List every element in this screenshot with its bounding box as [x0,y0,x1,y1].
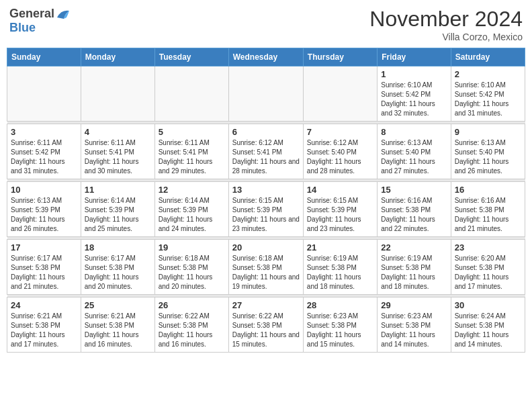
day-number: 18 [85,242,151,253]
day-number: 29 [381,300,447,310]
calendar-cell [303,66,377,122]
day-number: 7 [307,127,373,137]
calendar-cell: 6Sunrise: 6:12 AM Sunset: 5:41 PM Daylig… [228,124,303,179]
calendar-cell [7,66,81,122]
day-number: 2 [455,69,521,79]
day-number: 28 [307,300,373,310]
calendar-cell: 7Sunrise: 6:12 AM Sunset: 5:40 PM Daylig… [303,124,377,179]
calendar-cell: 16Sunrise: 6:16 AM Sunset: 5:38 PM Dayli… [451,182,525,237]
month-title: November 2024 [369,7,523,32]
calendar-cell: 30Sunrise: 6:24 AM Sunset: 5:38 PM Dayli… [451,298,525,353]
day-info: Sunrise: 6:17 AM Sunset: 5:38 PM Dayligh… [85,254,151,291]
column-header-tuesday: Tuesday [154,48,228,66]
day-info: Sunrise: 6:13 AM Sunset: 5:40 PM Dayligh… [455,138,521,176]
day-info: Sunrise: 6:17 AM Sunset: 5:38 PM Dayligh… [11,254,77,291]
day-info: Sunrise: 6:22 AM Sunset: 5:38 PM Dayligh… [232,312,300,349]
calendar-cell: 9Sunrise: 6:13 AM Sunset: 5:40 PM Daylig… [451,124,525,179]
day-info: Sunrise: 6:10 AM Sunset: 5:42 PM Dayligh… [381,81,447,118]
day-info: Sunrise: 6:16 AM Sunset: 5:38 PM Dayligh… [381,196,447,234]
calendar-week-row: 3Sunrise: 6:11 AM Sunset: 5:42 PM Daylig… [7,124,525,179]
day-number: 3 [11,127,77,137]
day-info: Sunrise: 6:23 AM Sunset: 5:38 PM Dayligh… [307,312,373,349]
column-header-wednesday: Wednesday [228,48,303,66]
day-number: 20 [232,242,300,253]
day-info: Sunrise: 6:12 AM Sunset: 5:41 PM Dayligh… [232,138,300,176]
day-number: 27 [232,300,300,310]
day-number: 10 [11,185,77,195]
calendar-cell [154,66,228,122]
day-info: Sunrise: 6:10 AM Sunset: 5:42 PM Dayligh… [455,81,521,118]
calendar-cell: 22Sunrise: 6:19 AM Sunset: 5:38 PM Dayli… [378,240,451,295]
calendar-cell: 10Sunrise: 6:13 AM Sunset: 5:39 PM Dayli… [7,182,81,237]
calendar-cell: 19Sunrise: 6:18 AM Sunset: 5:38 PM Dayli… [154,240,228,295]
calendar-table: SundayMondayTuesdayWednesdayThursdayFrid… [7,48,525,353]
day-info: Sunrise: 6:19 AM Sunset: 5:38 PM Dayligh… [381,254,447,291]
calendar-week-row: 10Sunrise: 6:13 AM Sunset: 5:39 PM Dayli… [7,182,525,237]
calendar-cell: 27Sunrise: 6:22 AM Sunset: 5:38 PM Dayli… [228,298,303,353]
calendar-cell: 29Sunrise: 6:23 AM Sunset: 5:38 PM Dayli… [378,298,451,353]
calendar-cell: 23Sunrise: 6:20 AM Sunset: 5:38 PM Dayli… [451,240,525,295]
calendar-cell: 26Sunrise: 6:22 AM Sunset: 5:38 PM Dayli… [154,298,228,353]
day-number: 15 [381,185,447,195]
day-number: 25 [85,300,151,310]
calendar-week-row: 24Sunrise: 6:21 AM Sunset: 5:38 PM Dayli… [7,298,525,353]
day-number: 5 [159,127,225,137]
calendar-cell [228,66,303,122]
day-number: 16 [455,185,521,195]
column-header-sunday: Sunday [7,48,81,66]
calendar-cell [81,66,154,122]
day-info: Sunrise: 6:11 AM Sunset: 5:41 PM Dayligh… [159,138,225,176]
day-info: Sunrise: 6:21 AM Sunset: 5:38 PM Dayligh… [85,312,151,349]
day-info: Sunrise: 6:13 AM Sunset: 5:39 PM Dayligh… [11,196,77,234]
day-number: 4 [85,127,151,137]
calendar-cell: 17Sunrise: 6:17 AM Sunset: 5:38 PM Dayli… [7,240,81,295]
calendar-cell: 2Sunrise: 6:10 AM Sunset: 5:42 PM Daylig… [451,66,525,122]
calendar-cell: 3Sunrise: 6:11 AM Sunset: 5:42 PM Daylig… [7,124,81,179]
calendar-cell: 15Sunrise: 6:16 AM Sunset: 5:38 PM Dayli… [378,182,451,237]
logo-general-text: General [9,7,54,21]
day-number: 1 [381,69,447,79]
calendar-cell: 21Sunrise: 6:19 AM Sunset: 5:38 PM Dayli… [303,240,377,295]
title-section: November 2024 Villa Corzo, Mexico [369,7,523,42]
day-info: Sunrise: 6:19 AM Sunset: 5:38 PM Dayligh… [307,254,373,291]
calendar-cell: 8Sunrise: 6:13 AM Sunset: 5:40 PM Daylig… [378,124,451,179]
day-info: Sunrise: 6:23 AM Sunset: 5:38 PM Dayligh… [381,312,447,349]
day-info: Sunrise: 6:13 AM Sunset: 5:40 PM Dayligh… [381,138,447,176]
day-info: Sunrise: 6:18 AM Sunset: 5:38 PM Dayligh… [159,254,225,291]
calendar-cell: 1Sunrise: 6:10 AM Sunset: 5:42 PM Daylig… [378,66,451,122]
day-info: Sunrise: 6:15 AM Sunset: 5:39 PM Dayligh… [232,196,300,234]
calendar-header-row: SundayMondayTuesdayWednesdayThursdayFrid… [7,48,525,66]
day-info: Sunrise: 6:16 AM Sunset: 5:38 PM Dayligh… [455,196,521,234]
calendar-cell: 12Sunrise: 6:14 AM Sunset: 5:39 PM Dayli… [154,182,228,237]
column-header-monday: Monday [81,48,154,66]
day-info: Sunrise: 6:18 AM Sunset: 5:38 PM Dayligh… [232,254,300,291]
column-header-thursday: Thursday [303,48,377,66]
day-info: Sunrise: 6:21 AM Sunset: 5:38 PM Dayligh… [11,312,77,349]
calendar-week-row: 1Sunrise: 6:10 AM Sunset: 5:42 PM Daylig… [7,66,525,122]
day-number: 14 [307,185,373,195]
calendar-cell: 13Sunrise: 6:15 AM Sunset: 5:39 PM Dayli… [228,182,303,237]
day-info: Sunrise: 6:11 AM Sunset: 5:41 PM Dayligh… [85,138,151,176]
day-number: 24 [11,300,77,310]
column-header-saturday: Saturday [451,48,525,66]
day-info: Sunrise: 6:22 AM Sunset: 5:38 PM Dayligh… [159,312,225,349]
day-number: 12 [159,185,225,195]
day-number: 8 [381,127,447,137]
day-info: Sunrise: 6:11 AM Sunset: 5:42 PM Dayligh… [11,138,77,176]
calendar-cell: 18Sunrise: 6:17 AM Sunset: 5:38 PM Dayli… [81,240,154,295]
calendar-cell: 14Sunrise: 6:15 AM Sunset: 5:39 PM Dayli… [303,182,377,237]
day-info: Sunrise: 6:24 AM Sunset: 5:38 PM Dayligh… [455,312,521,349]
calendar-cell: 25Sunrise: 6:21 AM Sunset: 5:38 PM Dayli… [81,298,154,353]
day-number: 26 [159,300,225,310]
day-number: 21 [307,242,373,253]
calendar-cell: 24Sunrise: 6:21 AM Sunset: 5:38 PM Dayli… [7,298,81,353]
calendar-week-row: 17Sunrise: 6:17 AM Sunset: 5:38 PM Dayli… [7,240,525,295]
page-header: General Blue November 2024 Villa Corzo, … [7,7,525,42]
day-number: 30 [455,300,521,310]
day-number: 22 [381,242,447,253]
calendar-cell: 4Sunrise: 6:11 AM Sunset: 5:41 PM Daylig… [81,124,154,179]
day-number: 13 [232,185,300,195]
calendar-cell: 11Sunrise: 6:14 AM Sunset: 5:39 PM Dayli… [81,182,154,237]
day-info: Sunrise: 6:12 AM Sunset: 5:40 PM Dayligh… [307,138,373,176]
day-info: Sunrise: 6:14 AM Sunset: 5:39 PM Dayligh… [85,196,151,234]
